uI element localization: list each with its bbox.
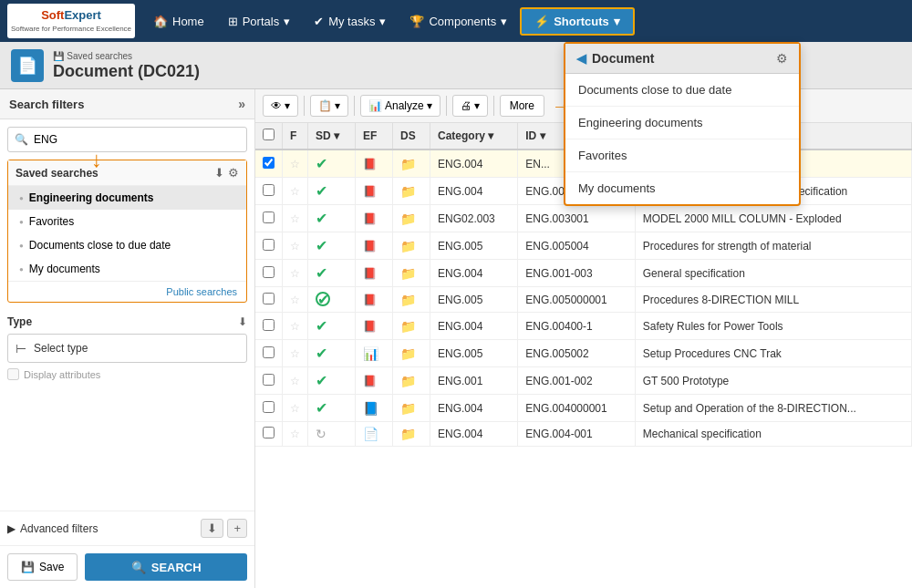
nav-my-tasks[interactable]: ✔ My tasks ▾ [303,9,397,34]
row-star[interactable]: ☆ [283,367,308,395]
nav-portals[interactable]: ⊞ Portals ▾ [217,9,301,34]
back-button[interactable]: ◀ [576,51,586,66]
bullet-icon: ● [19,218,24,226]
status-icon: ✔ [316,211,327,226]
check-icon: ✔ [314,15,324,28]
dropdown-item-my-docs[interactable]: My documents [565,172,799,204]
row-checkbox[interactable] [255,395,283,422]
row-id: ENG.00400-1 [518,313,635,340]
nav-home[interactable]: 🏠 Home [142,9,215,34]
row-checkbox[interactable] [255,178,283,205]
saved-search-item-favorites[interactable]: ● Favorites [8,210,246,233]
pdf-icon: 📕 [363,375,377,387]
table-col-ef[interactable]: EF [355,123,392,150]
row-star[interactable]: ☆ [283,150,308,178]
row-doc: MODEL 2000 MILL COLUMN - Exploded [635,205,911,232]
manage-searches-button[interactable]: ⚙ [228,166,239,180]
advanced-download-button[interactable]: ⬇ [201,519,223,538]
search-input[interactable] [7,127,247,152]
table-row[interactable]: ☆ ✔ 📕 📁 ENG.004 ENG.001-003 General spec… [255,260,912,287]
save-search-button[interactable]: ⬇ [214,166,224,180]
row-star[interactable]: ☆ [283,205,308,232]
print-button[interactable]: 🖨 ▾ [452,95,488,117]
nav-shortcuts[interactable]: ⚡ Shortcuts ▾ [520,7,635,36]
row-category: ENG.005 [430,287,518,313]
nav-components[interactable]: 🏆 Components ▾ [399,9,518,34]
row-star[interactable]: ☆ [283,313,308,340]
row-status: ✔ [308,395,356,422]
more-button[interactable]: More [500,95,544,117]
row-id: ENG.005002 [518,340,635,367]
print-icon: 🖨 [461,99,472,112]
action-button[interactable]: 📋 ▾ [310,95,348,117]
saved-searches-box-title: Saved searches [16,167,98,180]
row-star[interactable]: ☆ [283,178,308,205]
table-row[interactable]: ☆ ✔ 📕 📁 ENG.005 ENG.005004 Procedures fo… [255,232,912,260]
row-star[interactable]: ☆ [283,395,308,422]
row-star[interactable]: ☆ [283,422,308,447]
select-type-button[interactable]: ⊢ Select type [7,334,247,363]
sidebar-header: Search filters » [0,89,254,119]
row-ef: 📕 [355,287,392,313]
row-id: ENG.005000001 [518,287,635,313]
row-star[interactable]: ☆ [283,340,308,367]
status-icon: ✔ [316,373,327,388]
row-checkbox[interactable] [255,422,283,447]
search-filters-title: Search filters [9,98,84,111]
advanced-add-button[interactable]: + [227,519,247,538]
row-status: ✔ [308,178,356,205]
saved-search-item-due-date[interactable]: ● Documents close to due date [8,233,246,257]
row-checkbox[interactable] [255,367,283,395]
select-all-checkbox[interactable] [263,129,275,140]
download-type-button[interactable]: ⬇ [238,315,247,328]
table-col-sd[interactable]: SD ▾ [308,123,356,150]
table-row[interactable]: ☆ ✔ 📘 📁 ENG.004 ENG.004000001 Setup and … [255,395,912,422]
table-col-category[interactable]: Category ▾ [430,123,518,150]
type-label: Type [7,315,32,328]
status-icon: ✔ [316,265,327,281]
saved-search-item-my-docs[interactable]: ● My documents [8,257,246,281]
public-searches-link[interactable]: Public searches [8,281,246,302]
advanced-filters-section: ▶ Advanced filters ⬇ + [0,511,254,545]
row-checkbox[interactable] [255,313,283,340]
folder-icon: 📁 [400,346,416,361]
row-star[interactable]: ☆ [283,232,308,260]
row-category: ENG.004 [430,150,518,178]
row-checkbox[interactable] [255,340,283,367]
save-button[interactable]: 💾 Save [7,553,78,581]
search-button[interactable]: 🔍 SEARCH [85,553,247,581]
row-checkbox[interactable] [255,150,283,178]
table-row[interactable]: ☆ ✔ 📕 📁 ENG.005 ENG.005000001 Procedures… [255,287,912,313]
table-col-ds[interactable]: DS [392,123,430,150]
analyze-button[interactable]: 📊 Analyze ▾ [360,95,440,117]
view-button[interactable]: 👁 ▾ [263,95,298,117]
dropdown-item-due-date[interactable]: Documents close to due date [565,74,799,107]
table-col-f[interactable]: F [283,123,308,150]
folder-icon: 📁 [400,266,416,281]
advanced-filters-toggle[interactable]: ▶ Advanced filters [7,522,98,535]
row-checkbox[interactable] [255,232,283,260]
row-category: ENG.004 [430,260,518,287]
dropdown-item-engineering[interactable]: Engineering documents [565,107,799,139]
dropdown-item-favorites[interactable]: Favorites [565,139,799,172]
row-ef: 📕 [355,367,392,395]
row-star[interactable]: ☆ [283,260,308,287]
row-star[interactable]: ☆ [283,287,308,313]
row-ds: 📁 [392,422,430,447]
row-id: ENG.004-001 [518,422,635,447]
row-status: ↻ [308,422,356,447]
table-row[interactable]: ☆ ↻ 📄 📁 ENG.004 ENG.004-001 Mechanical s… [255,422,912,447]
collapse-sidebar-button[interactable]: » [238,97,245,111]
table-row[interactable]: ☆ ✔ 📕 📁 ENG.001 ENG.001-002 GT 500 Proto… [255,367,912,395]
table-row[interactable]: ☆ ✔ 📕 📁 ENG.004 ENG.00400-1 Safety Rules… [255,313,912,340]
row-status: ✔ [308,367,356,395]
row-checkbox[interactable] [255,205,283,232]
row-category: ENG.004 [430,422,518,447]
row-checkbox[interactable] [255,260,283,287]
dropdown-settings-button[interactable]: ⚙ [776,51,788,66]
analyze-chevron-icon: ▾ [427,99,432,112]
table-row[interactable]: ☆ ✔ 📊 📁 ENG.005 ENG.005002 Setup Procedu… [255,340,912,367]
row-checkbox[interactable] [255,287,283,313]
saved-search-item-engineering[interactable]: ● Engineering documents [8,186,246,210]
table-row[interactable]: ☆ ✔ 📕 📁 ENG02.003 ENG.003001 MODEL 2000 … [255,205,912,232]
